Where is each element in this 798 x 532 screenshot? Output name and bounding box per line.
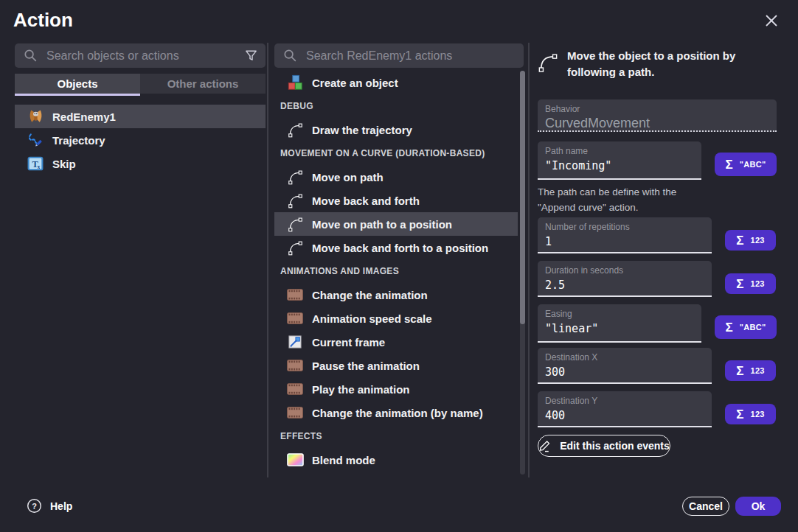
scrollbar-track [520, 71, 525, 475]
action-dialog: Action ObjectsOther actions RedEnemy1Tra… [0, 0, 798, 532]
field-value: 400 [545, 409, 704, 422]
cubes-icon [286, 74, 304, 91]
action-row-animation-speed-scale[interactable]: Animation speed scale [274, 307, 518, 330]
ok-button[interactable]: Ok [735, 497, 781, 516]
actions-search-input[interactable] [306, 49, 516, 63]
section-header-debug: DEBUG [274, 94, 518, 118]
field-label: Destination X [545, 352, 704, 363]
action-row-change-the-animation-by-name[interactable]: Change the animation (by name) [274, 401, 518, 424]
action-row-label: Move on path to a position [312, 218, 452, 231]
field-destination-y[interactable]: Destination Y400 [538, 391, 712, 427]
panel-divider [528, 43, 530, 477]
action-row-label: Draw the trajectory [312, 124, 412, 136]
section-header-effects: EFFECTS [274, 424, 518, 448]
object-row-label: Trajectory [52, 134, 105, 147]
field-helper-text: The path can be define with the "Append … [538, 184, 698, 215]
expression-button-destination-x[interactable]: Σ123 [725, 360, 776, 381]
blend-icon [286, 451, 304, 469]
cancel-button[interactable]: Cancel [682, 497, 729, 516]
film-icon [286, 380, 304, 398]
action-row-label: Pause the animation [312, 360, 420, 372]
field-value: 2.5 [545, 279, 704, 292]
trajectory-path-icon [27, 131, 44, 149]
action-description-text: Move the object to a position by followi… [567, 48, 783, 80]
left-panel-tabs: ObjectsOther actions [15, 74, 266, 94]
enemy-sprite-icon [27, 108, 44, 125]
field-path-name[interactable]: Path name"Incoming" [538, 141, 701, 180]
action-row-label: Change the animation [312, 289, 428, 301]
action-row-play-the-animation[interactable]: Play the animation [274, 377, 518, 401]
sigma-icon: Σ [736, 365, 743, 377]
dialog-title: Action [13, 9, 73, 32]
film-icon [286, 404, 304, 421]
objects-search-input[interactable] [46, 49, 238, 63]
expression-button-number-of-repetitions[interactable]: Σ123 [725, 230, 776, 251]
object-row-label: RedEnemy1 [52, 111, 116, 123]
expression-button-destination-y[interactable]: Σ123 [725, 404, 776, 424]
svg-text:x: x [38, 164, 41, 170]
sigma-icon: Σ [736, 234, 743, 247]
curve-icon [286, 239, 304, 256]
expression-button-path-name[interactable]: Σ"ABC" [715, 153, 777, 176]
action-row-move-on-path-to-a-position[interactable]: Move on path to a position [274, 212, 518, 236]
help-icon: ? [27, 498, 42, 514]
action-row-current-frame[interactable]: Current frame [274, 330, 518, 354]
sigma-icon: Σ [736, 408, 743, 421]
film-icon [286, 309, 304, 327]
action-row-move-back-and-forth-to-a-position[interactable]: Move back and forth to a position [274, 236, 518, 259]
action-row-blend-mode[interactable]: Blend mode [274, 448, 518, 472]
expression-type-label: 123 [750, 366, 764, 375]
filter-icon[interactable] [244, 49, 258, 63]
field-duration-in-seconds[interactable]: Duration in seconds2.5 [538, 261, 712, 297]
field-easing[interactable]: Easing"linear" [538, 304, 701, 343]
sigma-icon: Σ [726, 321, 733, 334]
object-row-skip[interactable]: TxSkip [15, 152, 266, 175]
film-icon [286, 286, 304, 304]
action-row-label: Move back and forth [312, 195, 420, 207]
tab-objects[interactable]: Objects [15, 74, 140, 94]
actions-list: Create an objectDEBUGDraw the trajectory… [274, 71, 518, 472]
pencil-icon [538, 439, 552, 452]
action-description: Move the object to a position by followi… [538, 48, 783, 80]
expression-type-label: "ABC" [740, 323, 766, 332]
field-label: Duration in seconds [545, 265, 704, 276]
field-number-of-repetitions[interactable]: Number of repetitions1 [538, 217, 712, 253]
field-label: Path name [545, 146, 694, 156]
field-value: "Incoming" [545, 159, 694, 172]
text-object-icon: Tx [27, 155, 44, 172]
expression-type-label: "ABC" [740, 160, 766, 169]
edit-action-events-button[interactable]: Edit this action events [538, 435, 670, 457]
help-label: Help [50, 500, 72, 512]
action-row-move-back-and-forth[interactable]: Move back and forth [274, 189, 518, 212]
search-icon [24, 49, 38, 63]
expression-button-duration-in-seconds[interactable]: Σ123 [725, 273, 776, 294]
field-destination-x[interactable]: Destination X300 [538, 348, 712, 384]
object-row-label: Skip [52, 158, 76, 170]
action-row-label: Current frame [312, 336, 385, 349]
field-label: Number of repetitions [545, 222, 704, 232]
action-row-change-the-animation[interactable]: Change the animation [274, 283, 518, 307]
close-icon[interactable] [761, 10, 782, 31]
field-label: Destination Y [545, 396, 704, 406]
action-row-pause-the-animation[interactable]: Pause the animation [274, 354, 518, 377]
action-row-label: Move back and forth to a position [312, 242, 488, 254]
section-header-movement-on-a-curve-duration-based: MOVEMENT ON A CURVE (DURATION-BASED) [274, 141, 518, 165]
action-row-create-an-object[interactable]: Create an object [274, 71, 518, 94]
search-icon [283, 49, 297, 63]
action-config-panel: Move the object to a position by followi… [538, 44, 777, 479]
action-row-move-on-path[interactable]: Move on path [274, 165, 518, 189]
action-row-draw-the-trajectory[interactable]: Draw the trajectory [274, 118, 518, 141]
scrollbar-thumb[interactable] [520, 71, 525, 324]
expression-button-easing[interactable]: Σ"ABC" [715, 315, 777, 339]
field-value: 1 [545, 235, 704, 248]
expression-type-label: 123 [750, 410, 764, 419]
tab-other-actions[interactable]: Other actions [140, 74, 266, 94]
frame-icon [286, 333, 304, 351]
action-row-label: Play the animation [312, 383, 410, 396]
objects-search-box [15, 43, 266, 68]
field-value: 300 [545, 365, 704, 379]
help-button[interactable]: ? Help [27, 498, 72, 514]
object-row-redenemy1[interactable]: RedEnemy1 [15, 105, 266, 128]
object-row-trajectory[interactable]: Trajectory [15, 128, 266, 152]
svg-text:?: ? [32, 502, 37, 511]
